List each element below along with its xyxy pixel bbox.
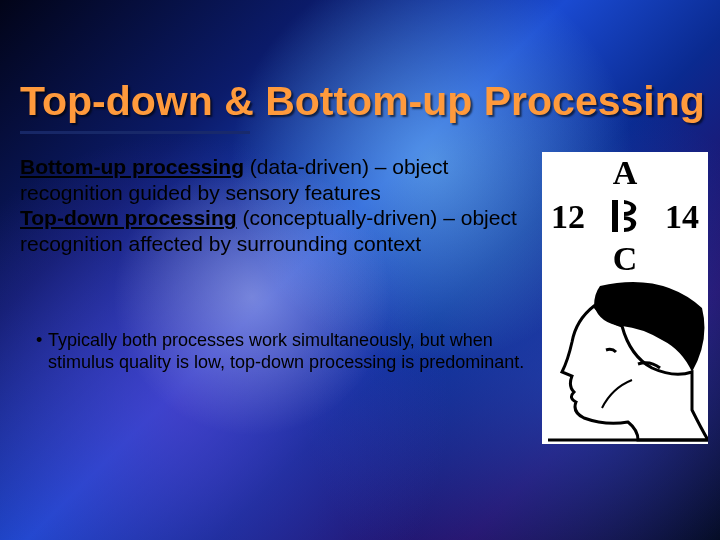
svg-text:A: A	[613, 154, 638, 191]
slide-title: Top-down & Bottom-up Processing	[20, 78, 710, 125]
title-underline	[20, 131, 250, 134]
ambiguous-face-icon	[542, 280, 708, 444]
bottom-up-term: Bottom-up processing	[20, 155, 244, 178]
top-down-term: Top-down processing	[20, 206, 237, 229]
svg-rect-3	[612, 200, 618, 232]
body-text: Bottom-up processing (data-driven) – obj…	[20, 154, 520, 256]
bullet-marker: •	[36, 330, 42, 352]
slide: Top-down & Bottom-up Processing Bottom-u…	[0, 0, 720, 540]
svg-text:C: C	[613, 240, 638, 277]
bullet-text: Typically both processes work simultaneo…	[48, 330, 524, 372]
bullet-item: • Typically both processes work simultan…	[48, 330, 538, 374]
svg-text:14: 14	[665, 198, 699, 235]
figure-panel: A 12 14 C	[542, 152, 708, 444]
svg-text:12: 12	[551, 198, 585, 235]
ambiguous-letters-icon: A 12 14 C	[542, 152, 708, 280]
